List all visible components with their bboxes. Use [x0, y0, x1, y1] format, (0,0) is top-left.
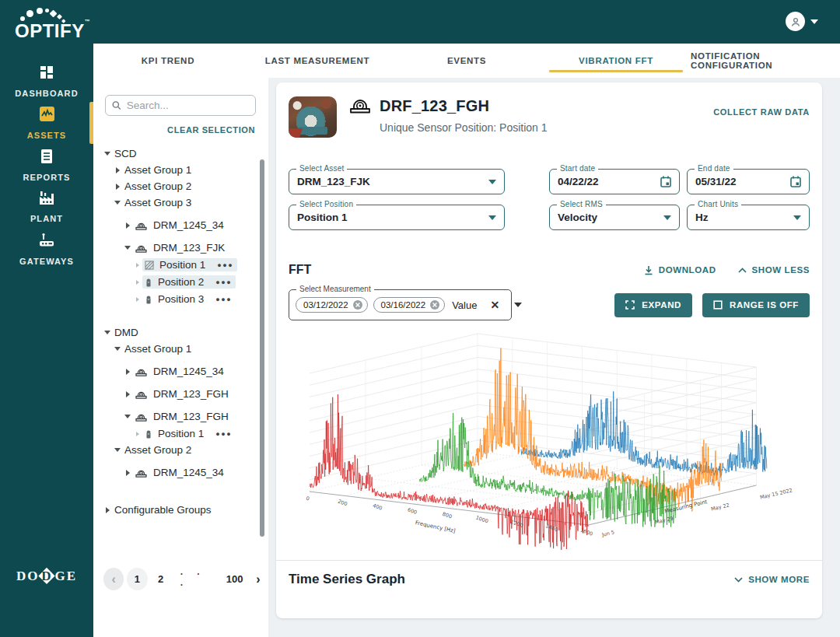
tab-last-measurement[interactable]: LAST MEASUREMENT — [243, 44, 392, 78]
clear-measurement-icon[interactable]: ✕ — [490, 299, 499, 311]
tree-node-drm-1245-34[interactable]: DRM_1245_34 — [123, 466, 268, 479]
svg-text:800: 800 — [442, 511, 453, 520]
tree-node-label: Position 1 — [159, 259, 205, 271]
svg-text:1600: 1600 — [579, 527, 593, 537]
range-toggle-button[interactable]: RANGE IS OFF — [702, 293, 810, 317]
collapse-arrow-icon[interactable] — [113, 347, 122, 351]
node-menu-button[interactable]: ●●● — [217, 261, 233, 269]
sidebar-item-gateways[interactable]: GATEWAYS — [0, 230, 93, 268]
page-button-1[interactable]: 1 — [127, 568, 147, 590]
expand-arrow-icon[interactable] — [123, 391, 132, 397]
download-button[interactable]: DOWNLOAD — [644, 265, 716, 275]
svg-text:400: 400 — [372, 502, 383, 512]
svg-text:200: 200 — [337, 499, 348, 508]
tab-notification-configuration[interactable]: NOTIFICATION CONFIGURATION — [691, 44, 840, 78]
tree-node-drm-1245-34[interactable]: DRM_1245_34 — [123, 365, 268, 378]
tree-node-drm-123-fjk[interactable]: DRM_123_FJK — [123, 241, 268, 254]
sensor-icon — [145, 429, 152, 439]
sensor-icon — [145, 294, 152, 305]
collapse-arrow-icon[interactable] — [113, 201, 122, 205]
sidebar: OPTIFY™ DASHBOARDASSETSREPORTSPLANTGATEW… — [0, 0, 93, 637]
expand-arrow-icon[interactable] — [113, 184, 122, 190]
tree-node-asset-group-3[interactable]: Asset Group 3 — [113, 196, 268, 209]
expand-arrow-icon[interactable] — [123, 222, 132, 229]
start-date-field[interactable]: Start date 04/22/22 — [549, 169, 680, 194]
expand-arrow-icon[interactable] — [123, 369, 132, 375]
sidebar-item-label: PLANT — [30, 214, 63, 223]
asset-subtitle: Unique Sensor Position: Position 1 — [380, 121, 713, 134]
measurement-chip[interactable]: 03/12/2022 — [296, 297, 368, 313]
collect-raw-data-link[interactable]: COLLECT RAW DATA — [713, 107, 810, 117]
chevron-down-icon — [488, 215, 496, 220]
select-measurement-field[interactable]: Select Measurement 03/12/202203/16/2022 … — [289, 289, 512, 320]
expand-arrow-icon[interactable] — [123, 470, 132, 476]
node-menu-button[interactable]: ●●● — [215, 430, 232, 438]
tree-node-label: DRM_123_FJK — [153, 242, 225, 254]
collapse-arrow-icon[interactable] — [103, 331, 112, 334]
collapse-arrow-icon[interactable] — [123, 415, 132, 418]
reports-icon — [40, 149, 54, 167]
tree-node-position-1[interactable]: Position 1●●● — [133, 258, 268, 271]
end-date-field[interactable]: End date 05/31/22 — [687, 169, 810, 194]
user-menu-button[interactable] — [786, 12, 818, 31]
chart-units-field[interactable]: Chart Units Hz — [687, 205, 810, 230]
expand-arrow-icon[interactable] — [133, 297, 142, 302]
chevron-down-icon — [663, 215, 671, 220]
tab-bar: KPI TRENDLAST MEASUREMENTEVENTSVIBRATION… — [93, 44, 840, 78]
tree-node-position-3[interactable]: Position 3●●● — [133, 292, 268, 306]
tab-vibration-fft[interactable]: VIBRATION FFT — [541, 44, 691, 78]
chip-label: 03/12/2022 — [303, 300, 348, 310]
tree-node-asset-group-1[interactable]: Asset Group 1 — [113, 342, 268, 355]
node-menu-button[interactable]: ●●● — [215, 296, 232, 303]
next-page-button[interactable]: › — [248, 568, 268, 590]
tree-node-scd[interactable]: SCD — [103, 147, 268, 160]
asset-title: DRF_123_FGH — [380, 97, 489, 115]
collapse-arrow-icon[interactable] — [123, 246, 132, 250]
tree-node-drm-1245-34[interactable]: DRM_1245_34 — [123, 219, 268, 232]
select-position-field[interactable]: Select Position Position 1 — [289, 205, 505, 230]
show-less-button[interactable]: SHOW LESS — [738, 265, 810, 275]
tree-node-configurable-groups[interactable]: Configurable Groups — [103, 503, 268, 516]
collapse-arrow-icon[interactable] — [113, 448, 122, 452]
tree-node-asset-group-2[interactable]: Asset Group 2 — [113, 180, 268, 193]
chevron-down-icon[interactable] — [514, 303, 522, 307]
asset-photo — [289, 96, 337, 138]
tree-node-position-2[interactable]: Position 2●●● — [133, 275, 268, 289]
select-asset-field[interactable]: Select Asset DRM_123_FJK — [289, 169, 505, 194]
measurement-chip[interactable]: 03/16/2022 — [373, 297, 446, 313]
chip-remove-icon[interactable] — [352, 299, 363, 310]
tab-events[interactable]: EVENTS — [392, 44, 541, 78]
fft-waterfall-chart[interactable]: 02004006008001000120014001600Jun 5May 29… — [289, 331, 810, 552]
asset-tree-panel: CLEAR SELECTION SCDAsset Group 1Asset Gr… — [93, 78, 268, 637]
prev-page-button[interactable]: ‹ — [103, 568, 124, 590]
tree-scrollbar[interactable] — [260, 159, 264, 537]
chip-remove-icon[interactable] — [429, 299, 440, 310]
sidebar-item-dashboard[interactable]: DASHBOARD — [0, 62, 93, 100]
tab-kpi-trend[interactable]: KPI TREND — [93, 44, 243, 78]
tree-node-dmd[interactable]: DMD — [103, 326, 268, 339]
machine-icon — [135, 389, 148, 400]
sidebar-item-plant[interactable]: PLANT — [0, 188, 93, 226]
expand-arrow-icon[interactable] — [113, 167, 122, 173]
show-more-button[interactable]: SHOW MORE — [734, 575, 810, 584]
page-button-2[interactable]: 2 — [151, 568, 171, 590]
search-input[interactable] — [127, 100, 249, 111]
tree-node-drm-123-fgh[interactable]: DRM_123_FGH — [123, 410, 268, 423]
expand-button[interactable]: EXPAND — [614, 293, 692, 317]
tree-node-position-1[interactable]: Position 1●●● — [133, 427, 268, 440]
expand-arrow-icon[interactable] — [133, 280, 142, 285]
clear-selection-link[interactable]: CLEAR SELECTION — [167, 125, 255, 135]
collapse-arrow-icon[interactable] — [103, 152, 112, 156]
sidebar-item-assets[interactable]: ASSETS — [0, 104, 93, 142]
node-menu-button[interactable]: ●●● — [215, 278, 232, 286]
tree-node-asset-group-2[interactable]: Asset Group 2 — [113, 443, 268, 457]
sidebar-item-reports[interactable]: REPORTS — [0, 146, 93, 184]
tree-node-asset-group-1[interactable]: Asset Group 1 — [113, 163, 268, 177]
expand-arrow-icon[interactable] — [133, 263, 142, 268]
expand-arrow-icon[interactable] — [133, 432, 142, 436]
tree-node-label: DRM_123_FGH — [153, 411, 229, 422]
select-rms-field[interactable]: Select RMS Velocity — [549, 205, 680, 230]
tree-node-drm-123-fgh[interactable]: DRM_123_FGH — [123, 387, 268, 401]
expand-arrow-icon[interactable] — [103, 507, 112, 513]
page-button-100[interactable]: 100 — [224, 568, 244, 590]
